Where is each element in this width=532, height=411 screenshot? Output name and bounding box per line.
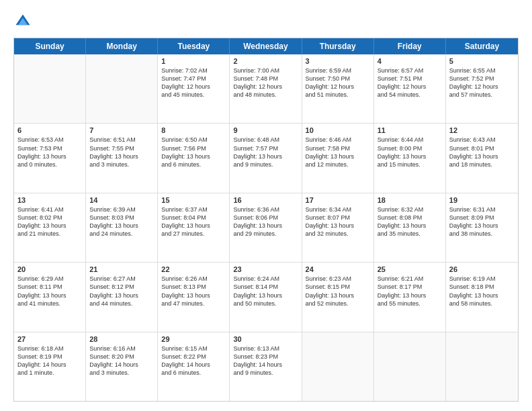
day-number: 20 <box>17 265 82 273</box>
day-number: 21 <box>89 265 154 273</box>
day-number: 25 <box>378 265 442 273</box>
calendar-cell <box>14 54 86 123</box>
calendar-row-0: 1Sunrise: 7:02 AM Sunset: 7:47 PM Daylig… <box>14 54 518 123</box>
calendar-cell: 6Sunrise: 6:53 AM Sunset: 7:53 PM Daylig… <box>14 124 86 192</box>
cell-content: Sunrise: 6:43 AM Sunset: 8:01 PM Dayligh… <box>449 136 515 169</box>
day-number: 19 <box>449 196 515 204</box>
cell-content: Sunrise: 6:23 AM Sunset: 8:15 PM Dayligh… <box>306 275 370 308</box>
calendar-cell: 16Sunrise: 6:36 AM Sunset: 8:06 PM Dayli… <box>230 193 302 262</box>
calendar-row-3: 20Sunrise: 6:29 AM Sunset: 8:11 PM Dayli… <box>14 262 518 331</box>
calendar-cell: 5Sunrise: 6:55 AM Sunset: 7:52 PM Daylig… <box>446 54 518 123</box>
calendar-cell <box>374 332 446 401</box>
day-number: 30 <box>233 335 298 343</box>
day-number: 9 <box>233 126 298 134</box>
cell-content: Sunrise: 6:24 AM Sunset: 8:14 PM Dayligh… <box>233 275 298 308</box>
calendar-cell: 18Sunrise: 6:32 AM Sunset: 8:08 PM Dayli… <box>374 193 446 262</box>
day-number: 8 <box>161 126 226 134</box>
day-number: 17 <box>306 196 370 204</box>
page: SundayMondayTuesdayWednesdayThursdayFrid… <box>0 0 532 411</box>
cell-content: Sunrise: 6:19 AM Sunset: 8:18 PM Dayligh… <box>449 275 515 308</box>
calendar-cell: 4Sunrise: 6:57 AM Sunset: 7:51 PM Daylig… <box>374 54 446 123</box>
calendar-cell: 23Sunrise: 6:24 AM Sunset: 8:14 PM Dayli… <box>230 263 302 331</box>
day-number: 28 <box>89 335 154 343</box>
header-day-sunday: Sunday <box>14 38 86 54</box>
cell-content: Sunrise: 6:55 AM Sunset: 7:52 PM Dayligh… <box>449 66 515 99</box>
day-number: 27 <box>17 335 82 343</box>
day-number: 11 <box>378 126 442 134</box>
day-number: 1 <box>161 57 226 65</box>
calendar-cell: 17Sunrise: 6:34 AM Sunset: 8:07 PM Dayli… <box>302 193 374 262</box>
calendar-cell: 3Sunrise: 6:59 AM Sunset: 7:50 PM Daylig… <box>302 54 374 123</box>
cell-content: Sunrise: 6:15 AM Sunset: 8:22 PM Dayligh… <box>161 345 226 377</box>
header <box>13 12 519 31</box>
cell-content: Sunrise: 6:18 AM Sunset: 8:19 PM Dayligh… <box>17 345 82 377</box>
day-number: 23 <box>233 265 298 273</box>
header-day-tuesday: Tuesday <box>158 38 230 54</box>
calendar-cell: 21Sunrise: 6:27 AM Sunset: 8:12 PM Dayli… <box>86 263 158 331</box>
day-number: 3 <box>306 57 370 65</box>
cell-content: Sunrise: 6:41 AM Sunset: 8:02 PM Dayligh… <box>17 205 82 238</box>
cell-content: Sunrise: 6:50 AM Sunset: 7:56 PM Dayligh… <box>161 136 226 169</box>
cell-content: Sunrise: 6:29 AM Sunset: 8:11 PM Dayligh… <box>17 275 82 308</box>
calendar-cell: 14Sunrise: 6:39 AM Sunset: 8:03 PM Dayli… <box>86 193 158 262</box>
day-number: 24 <box>306 265 370 273</box>
cell-content: Sunrise: 7:02 AM Sunset: 7:47 PM Dayligh… <box>161 66 226 99</box>
cell-content: Sunrise: 6:31 AM Sunset: 8:09 PM Dayligh… <box>449 205 515 238</box>
cell-content: Sunrise: 6:46 AM Sunset: 7:58 PM Dayligh… <box>306 136 370 169</box>
day-number: 15 <box>161 196 226 204</box>
logo <box>13 12 35 31</box>
calendar-cell: 12Sunrise: 6:43 AM Sunset: 8:01 PM Dayli… <box>446 124 518 192</box>
cell-content: Sunrise: 6:32 AM Sunset: 8:08 PM Dayligh… <box>378 205 442 238</box>
calendar-cell: 10Sunrise: 6:46 AM Sunset: 7:58 PM Dayli… <box>302 124 374 192</box>
cell-content: Sunrise: 6:53 AM Sunset: 7:53 PM Dayligh… <box>17 136 82 169</box>
cell-content: Sunrise: 6:39 AM Sunset: 8:03 PM Dayligh… <box>89 205 154 238</box>
calendar-cell: 7Sunrise: 6:51 AM Sunset: 7:55 PM Daylig… <box>86 124 158 192</box>
cell-content: Sunrise: 6:34 AM Sunset: 8:07 PM Dayligh… <box>306 205 370 238</box>
day-number: 29 <box>161 335 226 343</box>
day-number: 6 <box>17 126 82 134</box>
calendar-header: SundayMondayTuesdayWednesdayThursdayFrid… <box>14 38 518 54</box>
day-number: 13 <box>17 196 82 204</box>
cell-content: Sunrise: 6:44 AM Sunset: 8:00 PM Dayligh… <box>378 136 442 169</box>
day-number: 26 <box>449 265 515 273</box>
calendar-row-2: 13Sunrise: 6:41 AM Sunset: 8:02 PM Dayli… <box>14 193 518 262</box>
calendar-cell: 8Sunrise: 6:50 AM Sunset: 7:56 PM Daylig… <box>158 124 230 192</box>
cell-content: Sunrise: 6:13 AM Sunset: 8:23 PM Dayligh… <box>233 345 298 377</box>
calendar-cell <box>302 332 374 401</box>
cell-content: Sunrise: 6:51 AM Sunset: 7:55 PM Dayligh… <box>89 136 154 169</box>
calendar-cell: 29Sunrise: 6:15 AM Sunset: 8:22 PM Dayli… <box>158 332 230 401</box>
calendar-cell <box>446 332 518 401</box>
cell-content: Sunrise: 6:37 AM Sunset: 8:04 PM Dayligh… <box>161 205 226 238</box>
day-number: 22 <box>161 265 226 273</box>
calendar: SundayMondayTuesdayWednesdayThursdayFrid… <box>13 38 519 402</box>
calendar-cell <box>86 54 158 123</box>
day-number: 4 <box>378 57 442 65</box>
calendar-cell: 24Sunrise: 6:23 AM Sunset: 8:15 PM Dayli… <box>302 263 374 331</box>
calendar-cell: 28Sunrise: 6:16 AM Sunset: 8:20 PM Dayli… <box>86 332 158 401</box>
calendar-cell: 25Sunrise: 6:21 AM Sunset: 8:17 PM Dayli… <box>374 263 446 331</box>
cell-content: Sunrise: 6:16 AM Sunset: 8:20 PM Dayligh… <box>89 345 154 377</box>
calendar-cell: 13Sunrise: 6:41 AM Sunset: 8:02 PM Dayli… <box>14 193 86 262</box>
day-number: 7 <box>89 126 154 134</box>
calendar-cell: 27Sunrise: 6:18 AM Sunset: 8:19 PM Dayli… <box>14 332 86 401</box>
day-number: 14 <box>89 196 154 204</box>
header-day-wednesday: Wednesday <box>230 38 302 54</box>
cell-content: Sunrise: 6:57 AM Sunset: 7:51 PM Dayligh… <box>378 66 442 99</box>
calendar-cell: 11Sunrise: 6:44 AM Sunset: 8:00 PM Dayli… <box>374 124 446 192</box>
calendar-cell: 1Sunrise: 7:02 AM Sunset: 7:47 PM Daylig… <box>158 54 230 123</box>
calendar-cell: 22Sunrise: 6:26 AM Sunset: 8:13 PM Dayli… <box>158 263 230 331</box>
calendar-body: 1Sunrise: 7:02 AM Sunset: 7:47 PM Daylig… <box>14 54 518 401</box>
calendar-row-1: 6Sunrise: 6:53 AM Sunset: 7:53 PM Daylig… <box>14 123 518 192</box>
cell-content: Sunrise: 6:21 AM Sunset: 8:17 PM Dayligh… <box>378 275 442 308</box>
day-number: 16 <box>233 196 298 204</box>
calendar-row-4: 27Sunrise: 6:18 AM Sunset: 8:19 PM Dayli… <box>14 332 518 401</box>
cell-content: Sunrise: 6:59 AM Sunset: 7:50 PM Dayligh… <box>306 66 370 99</box>
header-day-friday: Friday <box>374 38 446 54</box>
calendar-cell: 19Sunrise: 6:31 AM Sunset: 8:09 PM Dayli… <box>446 193 518 262</box>
calendar-cell: 2Sunrise: 7:00 AM Sunset: 7:48 PM Daylig… <box>230 54 302 123</box>
header-day-monday: Monday <box>86 38 158 54</box>
calendar-cell: 20Sunrise: 6:29 AM Sunset: 8:11 PM Dayli… <box>14 263 86 331</box>
calendar-cell: 15Sunrise: 6:37 AM Sunset: 8:04 PM Dayli… <box>158 193 230 262</box>
calendar-cell: 26Sunrise: 6:19 AM Sunset: 8:18 PM Dayli… <box>446 263 518 331</box>
cell-content: Sunrise: 6:36 AM Sunset: 8:06 PM Dayligh… <box>233 205 298 238</box>
